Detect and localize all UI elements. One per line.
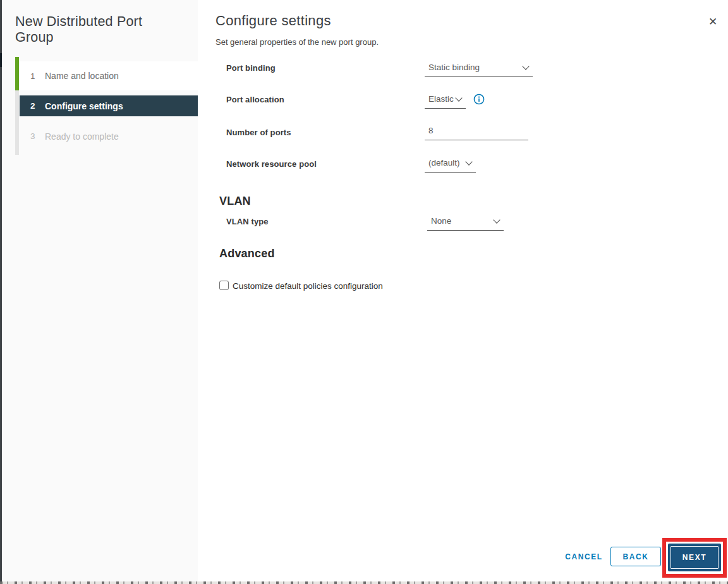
- step-label: Name and location: [45, 71, 119, 81]
- vlan-section-title: VLAN: [219, 195, 251, 208]
- wizard-step-name-and-location[interactable]: 1 Name and location: [20, 61, 198, 90]
- wizard-progress-completed-bar: [15, 57, 19, 90]
- number-of-ports-input[interactable]: [425, 125, 528, 140]
- vlan-type-value: None: [431, 216, 451, 226]
- chevron-down-icon: [465, 158, 472, 165]
- network-resource-pool-label: Network resource pool: [226, 159, 317, 169]
- close-icon[interactable]: ✕: [703, 11, 723, 32]
- customize-policies-checkbox[interactable]: [219, 281, 229, 290]
- wizard-step-configure-settings[interactable]: 2 Configure settings: [20, 95, 198, 116]
- network-resource-pool-value: (default): [428, 158, 460, 167]
- background-page-bottom-edge: [0, 581, 728, 584]
- port-binding-label: Port binding: [226, 63, 276, 73]
- wizard-sidebar: New Distributed Port Group 1 Name and lo…: [2, 0, 198, 581]
- port-allocation-label: Port allocation: [226, 95, 284, 104]
- wizard-title: New Distributed Port Group: [15, 14, 178, 46]
- page-subtitle: Set general properties of the new port g…: [215, 37, 379, 47]
- step-label: Configure settings: [45, 101, 123, 111]
- port-binding-select[interactable]: Static binding: [425, 62, 533, 77]
- next-button[interactable]: NEXT: [668, 544, 721, 571]
- wizard-step-ready-to-complete: 3 Ready to complete: [20, 126, 198, 147]
- next-button-label: NEXT: [682, 553, 707, 562]
- chevron-down-icon: [522, 63, 529, 70]
- number-of-ports-label: Number of ports: [226, 128, 291, 137]
- step-number: 2: [30, 101, 37, 111]
- vlan-type-label: VLAN type: [226, 217, 269, 226]
- back-button[interactable]: BACK: [610, 547, 661, 566]
- vlan-type-select[interactable]: None: [427, 216, 504, 231]
- wizard-progress-track: [15, 57, 19, 155]
- step-number: 1: [30, 71, 37, 81]
- port-allocation-select[interactable]: Elastic: [425, 94, 466, 109]
- advanced-section-title: Advanced: [219, 247, 275, 260]
- cancel-button[interactable]: CANCEL: [560, 547, 608, 566]
- customize-policies-label[interactable]: Customize default policies configuration: [233, 281, 383, 291]
- port-allocation-value: Elastic: [428, 94, 454, 104]
- chevron-down-icon: [455, 94, 462, 101]
- info-icon[interactable]: [473, 94, 485, 105]
- port-binding-value: Static binding: [428, 63, 480, 72]
- wizard-content-panel: ✕ Configure settings Set general propert…: [198, 0, 728, 581]
- step-label: Ready to complete: [45, 131, 119, 142]
- step-number: 3: [30, 131, 37, 141]
- page-title: Configure settings: [215, 13, 331, 29]
- network-resource-pool-select[interactable]: (default): [425, 157, 476, 173]
- new-distributed-port-group-dialog: New Distributed Port Group 1 Name and lo…: [0, 0, 728, 584]
- chevron-down-icon: [493, 216, 500, 223]
